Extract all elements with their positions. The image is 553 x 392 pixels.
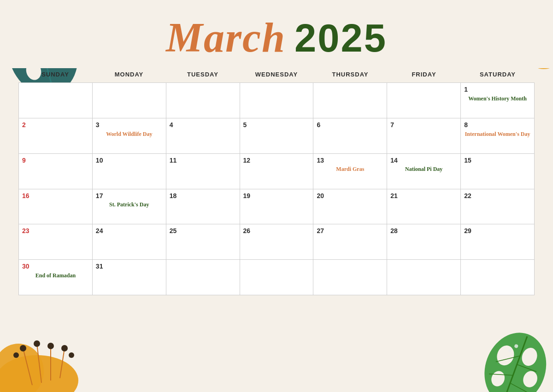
table-row: 25 xyxy=(166,224,240,260)
table-row: 3World Wildlife Day xyxy=(93,118,166,154)
month-title: March xyxy=(166,15,286,60)
cell-date: 28 xyxy=(390,227,398,235)
table-row: 18 xyxy=(166,189,240,225)
table-row: 22 xyxy=(461,189,535,225)
cell-date: 25 xyxy=(170,227,177,235)
table-row: 12 xyxy=(240,154,314,189)
cell-date: 18 xyxy=(170,192,177,200)
cell-date: 16 xyxy=(22,192,29,200)
table-row: 9 xyxy=(19,154,93,189)
table-row: 26 xyxy=(240,224,314,260)
calendar-header: March 2025 xyxy=(0,0,553,68)
calendar-grid: 1Women's History Month23World Wildlife D… xyxy=(18,82,535,295)
header-wednesday: WEDNESDAY xyxy=(240,68,313,81)
cell-date: 17 xyxy=(96,192,103,200)
svg-point-36 xyxy=(69,352,74,358)
table-row: 27 xyxy=(313,224,387,260)
table-row: 15 xyxy=(461,154,535,189)
table-row xyxy=(387,260,461,295)
cell-event: International Women's Day xyxy=(464,131,531,138)
cell-date: 8 xyxy=(464,121,468,129)
table-row: 6 xyxy=(313,118,387,154)
deco-bottom-right xyxy=(465,325,553,392)
cell-date: 9 xyxy=(22,157,26,164)
svg-point-35 xyxy=(13,352,19,358)
cell-date: 12 xyxy=(243,157,251,164)
table-row: 1Women's History Month xyxy=(461,83,535,118)
table-row: 20 xyxy=(313,189,387,225)
table-row: 23 xyxy=(19,224,93,260)
cell-date: 29 xyxy=(464,227,471,235)
table-row: 21 xyxy=(387,189,461,225)
header-friday: FRIDAY xyxy=(387,68,461,81)
cell-date: 21 xyxy=(390,192,398,200)
table-row xyxy=(387,83,461,118)
header-sunday: SUNDAY xyxy=(18,68,92,81)
table-row: 10 xyxy=(93,154,166,189)
cell-date: 19 xyxy=(243,192,251,200)
cell-date: 15 xyxy=(464,157,471,164)
svg-point-33 xyxy=(47,343,54,349)
table-row: 30End of Ramadan xyxy=(19,260,93,295)
table-row: 5 xyxy=(240,118,314,154)
cell-date: 4 xyxy=(170,121,173,129)
table-row xyxy=(461,260,535,295)
cell-date: 27 xyxy=(317,227,324,235)
svg-point-34 xyxy=(61,345,68,351)
cell-date: 7 xyxy=(390,121,394,129)
table-row xyxy=(313,260,387,295)
cell-date: 2 xyxy=(22,121,26,129)
table-row: 11 xyxy=(166,154,240,189)
table-row: 29 xyxy=(461,224,535,260)
cell-event: St. Patrick's Day xyxy=(96,201,163,209)
table-row xyxy=(93,83,166,118)
cell-date: 6 xyxy=(317,121,320,129)
cell-event: End of Ramadan xyxy=(22,272,89,280)
table-row: 24 xyxy=(93,224,166,260)
cell-event: Mardi Gras xyxy=(317,166,383,173)
cell-date: 1 xyxy=(464,86,468,94)
table-row xyxy=(313,83,387,118)
cell-date: 30 xyxy=(22,263,29,270)
cell-date: 10 xyxy=(96,157,103,164)
table-row xyxy=(240,83,314,118)
cell-date: 20 xyxy=(317,192,324,200)
header-monday: MONDAY xyxy=(92,68,166,81)
cell-date: 5 xyxy=(243,121,247,129)
svg-point-37 xyxy=(475,325,553,392)
day-headers-row: SUNDAY MONDAY TUESDAY WEDNESDAY THURSDAY… xyxy=(18,68,535,81)
cell-date: 14 xyxy=(390,157,398,164)
table-row: 31 xyxy=(93,260,166,295)
cell-event: National Pi Day xyxy=(390,166,457,173)
table-row: 19 xyxy=(240,189,314,225)
table-row: 4 xyxy=(166,118,240,154)
header-tuesday: TUESDAY xyxy=(166,68,240,81)
table-row xyxy=(19,83,93,118)
table-row xyxy=(166,260,240,295)
cell-date: 11 xyxy=(170,157,177,164)
header-thursday: THURSDAY xyxy=(313,68,387,81)
svg-point-31 xyxy=(20,345,26,351)
cell-date: 3 xyxy=(96,121,100,129)
svg-point-32 xyxy=(34,340,40,347)
table-row: 14National Pi Day xyxy=(387,154,461,189)
deco-bottom-left xyxy=(0,325,97,392)
table-row: 16 xyxy=(19,189,93,225)
table-row xyxy=(240,260,314,295)
cell-date: 24 xyxy=(96,227,103,235)
header-saturday: SATURDAY xyxy=(461,68,535,81)
cell-date: 26 xyxy=(243,227,251,235)
table-row: 13Mardi Gras xyxy=(313,154,387,189)
cell-event: World Wildlife Day xyxy=(96,131,163,138)
table-row: 28 xyxy=(387,224,461,260)
calendar-container: SUNDAY MONDAY TUESDAY WEDNESDAY THURSDAY… xyxy=(0,68,553,295)
year-title: 2025 xyxy=(294,16,387,60)
cell-date: 31 xyxy=(96,263,103,270)
cell-date: 23 xyxy=(22,227,29,235)
cell-date: 13 xyxy=(317,157,324,164)
table-row: 17St. Patrick's Day xyxy=(93,189,166,225)
table-row: 8International Women's Day xyxy=(461,118,535,154)
cell-event: Women's History Month xyxy=(464,95,531,103)
cell-date: 22 xyxy=(464,192,471,200)
table-row xyxy=(166,83,240,118)
